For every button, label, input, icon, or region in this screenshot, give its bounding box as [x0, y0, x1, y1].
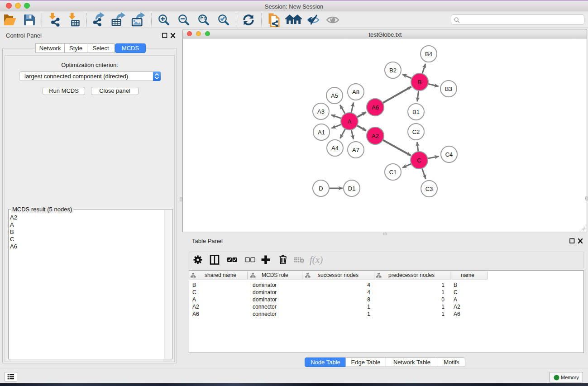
svg-text:B2: B2	[389, 67, 397, 74]
svg-text:f(x): f(x)	[310, 254, 323, 265]
svg-text:A3: A3	[317, 108, 325, 115]
svg-text:B1: B1	[412, 109, 420, 115]
svg-text:B3: B3	[445, 86, 452, 92]
svg-text:A2: A2	[372, 133, 379, 139]
svg-text:A1: A1	[318, 129, 325, 136]
svg-text:A5: A5	[331, 92, 338, 99]
svg-text:C2: C2	[412, 129, 420, 135]
svg-text:C4: C4	[445, 151, 453, 158]
svg-text:D1: D1	[348, 185, 356, 192]
svg-text:A6: A6	[372, 104, 379, 111]
svg-text:B4: B4	[425, 51, 432, 57]
svg-text:A4: A4	[331, 145, 339, 152]
svg-text:C1: C1	[389, 169, 397, 176]
svg-text:A: A	[348, 118, 352, 125]
svg-text:B: B	[418, 79, 422, 86]
svg-text:A7: A7	[352, 147, 359, 153]
svg-text:C3: C3	[425, 186, 433, 192]
svg-text:D: D	[319, 185, 323, 192]
svg-text:A8: A8	[352, 89, 359, 95]
svg-text:C: C	[417, 157, 421, 164]
